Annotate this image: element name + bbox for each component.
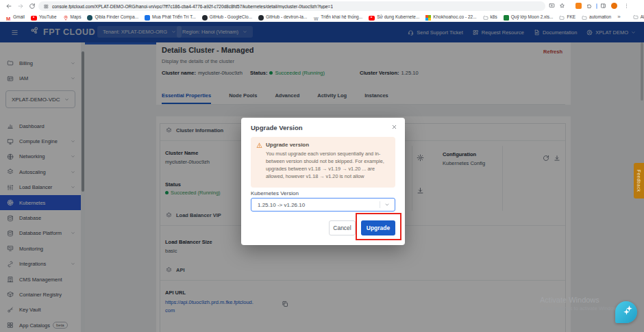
- select-divider: [380, 201, 380, 208]
- bookmark-star-icon[interactable]: [559, 3, 565, 9]
- bookmark[interactable]: Sử dụng Kubernete...: [369, 11, 419, 23]
- folder-favicon: [582, 15, 587, 21]
- bookmark-label: FKE: [567, 14, 575, 19]
- bookmark-label: k8s: [491, 14, 497, 19]
- warning-body-text: You must upgrade each version sequential…: [266, 151, 390, 181]
- ai-assistant-bubble[interactable]: [615, 301, 637, 323]
- bookmark[interactable]: Maps: [63, 11, 82, 23]
- feedback-tab[interactable]: Feedback: [634, 163, 644, 199]
- forward-icon[interactable]: [17, 3, 24, 10]
- yt-favicon: [369, 16, 375, 21]
- warning-triangle-icon: [256, 142, 262, 149]
- bookmark[interactable]: M Gmail: [5, 11, 25, 23]
- sheet-favicon: [504, 15, 509, 21]
- chevron-down-icon: [384, 202, 390, 207]
- folder-favicon: [559, 15, 565, 21]
- bookmark-label: Quỹ lớp Moon 2.xls...: [511, 14, 554, 19]
- bookmark-label: Gmail: [13, 14, 25, 19]
- bookmarks-bar: M Gmail YouTube Maps: [0, 12, 644, 22]
- back-icon[interactable]: [5, 3, 12, 10]
- metamask-extension-icon[interactable]: [575, 3, 582, 9]
- site-info-icon[interactable]: [44, 4, 49, 9]
- browser-chrome: console.fptcloud.com/XPLAT-DEMO-ORG/hano…: [0, 0, 644, 22]
- bookmark[interactable]: YouTube: [31, 11, 57, 23]
- bookmark[interactable]: GitHub - devtron-la...: [258, 11, 307, 23]
- bookmark-label: Maps: [71, 14, 82, 19]
- extensions-icon[interactable]: [586, 3, 593, 9]
- close-icon[interactable]: [391, 124, 397, 130]
- extension-divider: [596, 3, 597, 9]
- bookmark-label: Sử dụng Kubernete...: [377, 14, 419, 19]
- side-panel-icon[interactable]: [600, 3, 606, 9]
- bookmark-label: Qibla Finder Compa...: [95, 14, 138, 19]
- bookmark[interactable]: GitHub - GoogleClo...: [202, 11, 252, 23]
- upgrade-warning-box: Upgrade version You must upgrade each ve…: [251, 137, 395, 188]
- bookmark[interactable]: Khokhoahoc.co - 22...: [425, 11, 476, 23]
- bookmarks-overflow-icon[interactable]: »: [617, 14, 620, 20]
- gmail-favicon: M: [5, 16, 11, 21]
- app-viewport: FPT CLOUD Tenant: XPLAT-DEMO-ORG Region:…: [0, 22, 644, 332]
- bluedot-favicon: [145, 15, 150, 21]
- url-text[interactable]: console.fptcloud.com/XPLAT-DEMO-ORG/hano…: [52, 4, 333, 9]
- w-favicon: W: [313, 16, 319, 21]
- bookmark-label: YouTube: [39, 14, 57, 19]
- bookmark-label: GitHub - GoogleClo...: [210, 14, 252, 19]
- cancel-button[interactable]: Cancel: [329, 220, 356, 235]
- bookmark-label: GitHub - devtron-la...: [266, 14, 307, 19]
- gh-favicon: [202, 15, 208, 21]
- profile-avatar[interactable]: [611, 3, 617, 9]
- folder-favicon: [483, 15, 488, 21]
- bookmark-label: automation: [589, 14, 611, 19]
- screen: console.fptcloud.com/XPLAT-DEMO-ORG/hano…: [0, 0, 644, 332]
- bookmark-label: Mua Phát Triển Trí T...: [152, 14, 196, 19]
- bookmark-label: Triển khai hệ thống...: [321, 14, 362, 19]
- yt-favicon: [31, 16, 37, 21]
- modal-title: Upgrade Version: [251, 124, 303, 131]
- bookmark[interactable]: Mua Phát Triển Trí T...: [145, 11, 196, 23]
- browser-menu-icon[interactable]: [623, 3, 630, 9]
- bookmark[interactable]: W Triển khai hệ thống...: [313, 11, 362, 23]
- bookmark[interactable]: Quỹ lớp Moon 2.xls...: [504, 11, 554, 23]
- folder-icon: [633, 14, 639, 20]
- kubernetes-version-label: Kubernetes Version: [251, 190, 299, 196]
- bookmark[interactable]: Qibla Finder Compa...: [87, 11, 138, 23]
- bookmark[interactable]: automation: [582, 11, 611, 23]
- all-bookmarks[interactable]: All Bookmarks: [633, 14, 644, 20]
- annotation-highlight-rectangle: [356, 213, 401, 240]
- bookmark[interactable]: FKE: [559, 11, 575, 23]
- bookmark-label: Khokhoahoc.co - 22...: [433, 14, 476, 19]
- ms-favicon: [425, 15, 431, 21]
- darkdot-favicon: [87, 15, 92, 21]
- sparkle-icon: [625, 305, 634, 314]
- url-bar[interactable]: console.fptcloud.com/XPLAT-DEMO-ORG/hano…: [38, 1, 545, 11]
- kubernetes-version-select[interactable]: 1.25.10 -> v1.26.10: [251, 198, 395, 212]
- send-to-device-icon[interactable]: [549, 3, 555, 9]
- reload-icon[interactable]: [29, 3, 36, 10]
- gh-favicon: [258, 15, 264, 21]
- bookmark[interactable]: k8s: [483, 11, 497, 23]
- pin-favicon: [63, 15, 69, 21]
